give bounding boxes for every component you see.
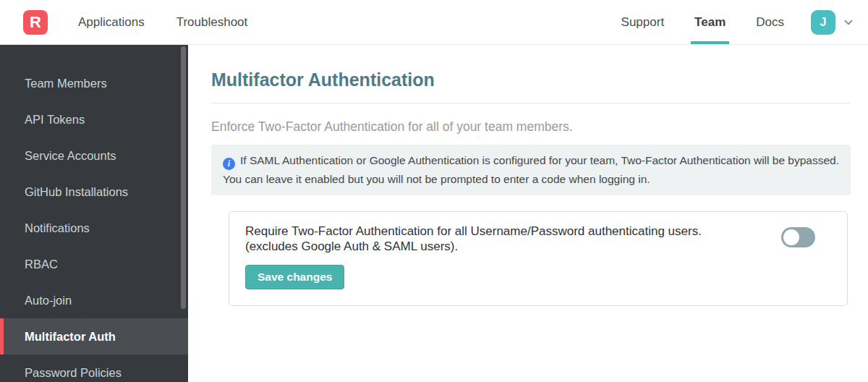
nav-item-docs[interactable]: Docs [741,0,799,44]
user-menu[interactable]: J [811,0,868,44]
info-icon: i [223,158,235,170]
sidebar-item-github-installations[interactable]: GitHub Installations [0,174,188,210]
sidebar-item-api-tokens[interactable]: API Tokens [0,101,188,137]
page-title: Multifactor Authentication [211,69,851,90]
primary-nav: Applications Troubleshoot [78,15,247,30]
nav-item-applications[interactable]: Applications [78,15,145,30]
setting-label: Require Two-Factor Authentication for al… [245,224,767,289]
sidebar-item-multifactor-auth[interactable]: Multifactor Auth [0,318,188,355]
page-description: Enforce Two-Factor Authentication for al… [211,119,851,135]
main-content: Multifactor Authentication Enforce Two-F… [188,45,868,382]
nav-item-support[interactable]: Support [606,0,680,44]
two-factor-setting-card: Require Two-Factor Authentication for al… [229,211,848,306]
settings-sidebar: Team Members API Tokens Service Accounts… [0,45,188,382]
sidebar-item-team-members[interactable]: Team Members [0,65,188,101]
sidebar-list: Team Members API Tokens Service Accounts… [0,45,188,382]
setting-label-line1: Require Two-Factor Authentication for al… [245,224,767,239]
title-divider [211,103,851,103]
info-callout: iIf SAML Authentication or Google Authen… [211,145,851,195]
sidebar-item-notifications[interactable]: Notifications [0,210,188,246]
save-changes-button[interactable]: Save changes [245,265,344,289]
chevron-down-icon[interactable] [842,16,855,29]
toggle-knob [783,229,799,245]
avatar[interactable]: J [811,10,835,35]
sidebar-item-service-accounts[interactable]: Service Accounts [0,137,188,174]
app-window: R Applications Troubleshoot Support Team… [0,0,868,382]
sidebar-item-rbac[interactable]: RBAC [0,246,188,282]
setting-label-line2: (excludes Google Auth & SAML users). [245,239,767,254]
sidebar-item-auto-join[interactable]: Auto-join [0,282,188,318]
nav-item-team[interactable]: Team [679,0,741,44]
sidebar-item-password-policies[interactable]: Password Policies [0,355,188,382]
nav-item-troubleshoot[interactable]: Troubleshoot [176,15,248,30]
info-callout-text: If SAML Authentication or Google Authent… [223,154,839,185]
sidebar-scrollbar[interactable] [181,46,186,309]
rollbar-logo[interactable]: R [23,10,48,35]
two-factor-toggle[interactable] [781,227,815,247]
top-nav-bar: R Applications Troubleshoot Support Team… [0,0,868,45]
secondary-nav: Support Team Docs J [606,0,868,44]
